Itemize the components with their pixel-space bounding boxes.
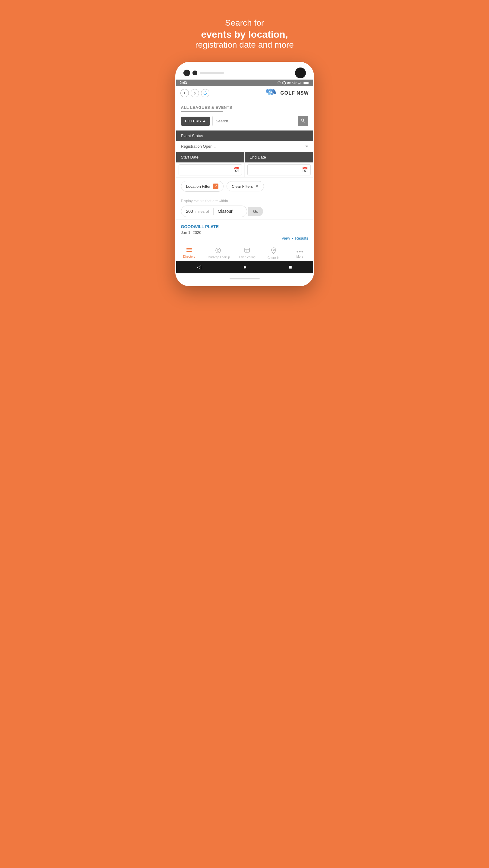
svg-line-20 (304, 121, 305, 122)
filter-row: FILTERS (176, 112, 313, 130)
end-date-header: End Date (245, 152, 313, 162)
refresh-button[interactable] (201, 89, 209, 97)
go-button[interactable]: Go (248, 207, 263, 216)
hero-line1: Search for (195, 18, 294, 28)
directory-label: Directory (183, 255, 195, 258)
refresh-icon (203, 91, 207, 95)
result-date: Jan 1, 2020 (181, 230, 308, 235)
result-links: View ● Results (181, 236, 308, 241)
clear-filters-button[interactable]: Clear Filters ✕ (227, 181, 264, 191)
svg-rect-5 (288, 82, 290, 84)
svg-point-25 (217, 250, 219, 251)
miles-label: miles of (196, 209, 209, 214)
location-input[interactable] (218, 209, 242, 214)
svg-point-17 (271, 93, 273, 95)
svg-point-30 (296, 251, 298, 253)
back-button[interactable] (180, 89, 189, 97)
forward-button[interactable] (191, 89, 199, 97)
search-row (212, 116, 308, 126)
nav-item-live-scoring[interactable]: Live Scoring (238, 247, 256, 259)
end-date-input[interactable]: 📅 (247, 164, 311, 176)
svg-point-31 (299, 251, 300, 253)
miles-row: 200 miles of Go (181, 206, 308, 217)
phone-mockup: 2:43 (175, 62, 314, 286)
app-content: ALL LEAGUES & EVENTS FILTERS Event S (176, 100, 313, 273)
svg-point-24 (216, 248, 221, 253)
location-clear-row: Location Filter ✓ Clear Filters ✕ (176, 178, 313, 195)
divider (213, 208, 213, 215)
camera-dot-1 (183, 70, 190, 76)
clear-filters-label: Clear Filters (232, 184, 253, 189)
phone-bottom (176, 273, 313, 285)
svg-point-32 (301, 251, 303, 253)
svg-rect-7 (299, 83, 299, 84)
location-filter-label: Location Filter (186, 184, 211, 189)
start-date-header: Start Date (176, 152, 244, 162)
shield-icon (282, 81, 286, 85)
location-filter-button[interactable]: Location Filter ✓ (181, 181, 224, 192)
end-calendar-icon: 📅 (302, 167, 308, 173)
android-back-btn[interactable]: ◁ (197, 264, 201, 270)
arrow-up-icon (203, 120, 206, 122)
hero-line3: registration date and more (195, 40, 294, 50)
results-link[interactable]: Results (295, 236, 308, 241)
miles-value: 200 (186, 209, 193, 214)
home-indicator (230, 278, 260, 279)
nav-item-handicap[interactable]: Handicap Lookup (206, 247, 230, 259)
start-date-input[interactable]: 📅 (179, 164, 242, 176)
svg-point-19 (301, 119, 304, 121)
camera-dots (183, 70, 224, 76)
phone-shell: 2:43 (175, 62, 314, 286)
android-home-btn[interactable]: ● (243, 264, 247, 270)
more-label: More (296, 255, 303, 258)
back-icon (183, 92, 186, 95)
live-scoring-icon (244, 247, 250, 255)
status-bar: 2:43 (176, 80, 313, 86)
nav-item-directory[interactable]: Directory (180, 247, 198, 259)
event-status-value: Registration Open... (181, 144, 216, 149)
battery-icon2 (304, 82, 310, 84)
hero-line2: events by location, (195, 29, 294, 40)
nav-left (180, 89, 209, 97)
event-status-header: Event Status (176, 130, 313, 141)
hero-section: Search for events by location, registrat… (195, 18, 294, 62)
golf-nsw-logo-graphic (265, 89, 279, 98)
view-link[interactable]: View (282, 236, 290, 241)
speaker-bar (200, 72, 224, 74)
signal-icon (298, 82, 302, 84)
svg-rect-11 (309, 83, 309, 84)
chevron-down-icon (305, 146, 308, 147)
search-icon (301, 119, 305, 123)
search-input[interactable] (213, 116, 297, 126)
nav-item-check-in[interactable]: Check In (264, 247, 283, 259)
camera-area (176, 63, 313, 80)
handicap-label: Handicap Lookup (206, 255, 230, 259)
svg-marker-2 (283, 82, 286, 84)
settings-icon (277, 82, 281, 84)
date-row: Start Date 📅 End Date 📅 (176, 152, 313, 177)
nav-item-more[interactable]: More (291, 247, 309, 259)
display-events-section: Display events that are within 200 miles… (176, 195, 313, 219)
more-icon (296, 247, 304, 254)
live-scoring-label: Live Scoring (239, 255, 256, 259)
svg-rect-9 (301, 82, 301, 84)
start-date-col: Start Date 📅 (176, 152, 244, 177)
android-nav: ◁ ● ■ (176, 261, 313, 273)
filters-button[interactable]: FILTERS (181, 117, 210, 126)
search-icon-btn[interactable] (298, 116, 308, 126)
result-item: GOODWILL PLATE Jan 1, 2020 View ● Result… (176, 220, 313, 245)
android-square-btn[interactable]: ■ (289, 264, 292, 270)
svg-point-1 (279, 83, 279, 84)
result-title: GOODWILL PLATE (181, 224, 308, 229)
svg-point-18 (273, 91, 276, 94)
results-section: GOODWILL PLATE Jan 1, 2020 View ● Result… (176, 220, 313, 245)
event-status-dropdown[interactable]: Registration Open... (176, 141, 313, 152)
svg-point-16 (268, 92, 271, 95)
svg-rect-8 (300, 82, 300, 84)
forward-icon (193, 92, 196, 95)
check-in-label: Check In (267, 256, 279, 259)
page-title-section: ALL LEAGUES & EVENTS (176, 100, 313, 112)
front-camera (295, 67, 306, 79)
logo-area: GOLF NSW (265, 89, 309, 98)
svg-point-29 (273, 249, 274, 251)
